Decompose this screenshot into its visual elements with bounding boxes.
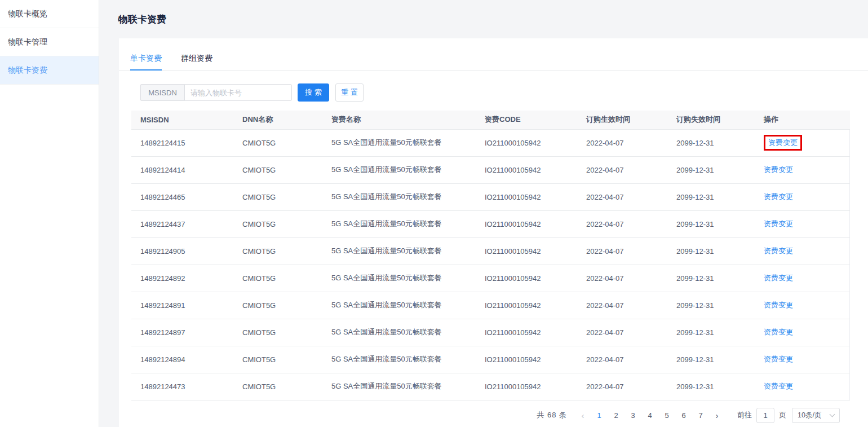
table-cell-expire: 2099-12-31 xyxy=(667,346,755,373)
table-cell-expire: 2099-12-31 xyxy=(667,237,755,265)
table-cell-fee_name: 5G SA全国通用流量50元畅联套餐 xyxy=(322,129,476,156)
page-number-5[interactable]: 5 xyxy=(658,411,675,420)
search-bar: MSISDN 搜 索 重 置 xyxy=(140,83,868,102)
table-cell-fee_name: 5G SA全国通用流量50元畅联套餐 xyxy=(322,210,476,237)
table-cell-action: 资费变更 xyxy=(755,319,850,346)
table-cell-fee_name: 5G SA全国通用流量50元畅联套餐 xyxy=(322,156,476,183)
main-content: 物联卡资费 单卡资费 群组资费 MSISDN 搜 索 重 置 MSISDNDNN xyxy=(99,0,868,427)
pagination-total: 共 68 条 xyxy=(537,410,567,420)
page-unit-label: 页 xyxy=(779,410,786,420)
table-cell-dnn: CMIOT5G xyxy=(233,292,322,319)
table-cell-expire: 2099-12-31 xyxy=(667,373,755,400)
table-cell-action: 资费变更 xyxy=(755,237,850,265)
table-cell-fee_code: IO211000105942 xyxy=(476,292,577,319)
sidebar-item-label: 物联卡资费 xyxy=(8,65,47,76)
table-row: 14892124892CMIOT5G5G SA全国通用流量50元畅联套餐IO21… xyxy=(131,265,850,292)
reset-button[interactable]: 重 置 xyxy=(335,83,364,102)
tab-group-tariff[interactable]: 群组资费 xyxy=(181,54,212,70)
table-cell-effective: 2022-04-07 xyxy=(577,237,667,265)
table-cell-action: 资费变更 xyxy=(755,210,850,237)
table-column-header: 订购失效时间 xyxy=(667,111,755,129)
table-cell-effective: 2022-04-07 xyxy=(577,210,667,237)
table-column-header: DNN名称 xyxy=(233,111,322,129)
table-row: 14892124894CMIOT5G5G SA全国通用流量50元畅联套餐IO21… xyxy=(131,346,850,373)
table-column-header: 订购生效时间 xyxy=(577,111,667,129)
table-cell-action: 资费变更 xyxy=(755,129,850,156)
tab-single-card-tariff[interactable]: 单卡资费 xyxy=(130,54,162,70)
table-cell-action: 资费变更 xyxy=(755,183,850,210)
tariff-change-link[interactable]: 资费变更 xyxy=(764,301,793,309)
table-cell-dnn: CMIOT5G xyxy=(233,129,322,156)
tariff-change-link[interactable]: 资费变更 xyxy=(764,165,793,174)
table-cell-dnn: CMIOT5G xyxy=(233,319,322,346)
table-cell-dnn: CMIOT5G xyxy=(233,346,322,373)
table-cell-fee_code: IO211000105942 xyxy=(476,156,577,183)
table-cell-effective: 2022-04-07 xyxy=(577,373,667,400)
table-cell-fee_code: IO211000105942 xyxy=(476,346,577,373)
table-cell-msisdn: 14892124465 xyxy=(131,183,233,210)
tariff-change-link[interactable]: 资费变更 xyxy=(764,355,793,363)
table-cell-msisdn: 14892124437 xyxy=(131,210,233,237)
sidebar-item-iot-management[interactable]: 物联卡管理 xyxy=(0,28,99,56)
table-header-row: MSISDNDNN名称资费名称资费CODE订购生效时间订购失效时间操作 xyxy=(131,111,850,129)
goto-page-input[interactable] xyxy=(756,408,774,423)
goto-label: 前往 xyxy=(737,410,752,420)
sidebar-item-iot-overview[interactable]: 物联卡概览 xyxy=(0,0,99,28)
app-root: 物联卡概览 物联卡管理 物联卡资费 物联卡资费 单卡资费 群组资费 MSISDN… xyxy=(0,0,868,427)
search-input[interactable] xyxy=(184,84,292,101)
table-cell-expire: 2099-12-31 xyxy=(667,156,755,183)
sidebar-item-iot-tariff[interactable]: 物联卡资费 xyxy=(0,56,99,85)
page-number-2[interactable]: 2 xyxy=(608,411,625,420)
tab-bar: 单卡资费 群组资费 xyxy=(119,38,868,71)
tariff-change-link[interactable]: 资费变更 xyxy=(764,328,793,336)
table-cell-effective: 2022-04-07 xyxy=(577,292,667,319)
page-number-4[interactable]: 4 xyxy=(641,411,658,420)
table-cell-fee_name: 5G SA全国通用流量50元畅联套餐 xyxy=(322,319,476,346)
page-number-3[interactable]: 3 xyxy=(625,411,641,420)
page-number-1[interactable]: 1 xyxy=(591,411,608,420)
tariff-change-link[interactable]: 资费变更 xyxy=(764,219,793,228)
table-cell-msisdn: 14892124905 xyxy=(131,237,233,265)
table-cell-expire: 2099-12-31 xyxy=(667,319,755,346)
msisdn-field-label: MSISDN xyxy=(140,84,184,101)
tariff-change-link[interactable]: 资费变更 xyxy=(764,382,793,390)
table-cell-action: 资费变更 xyxy=(755,292,850,319)
table-cell-fee_code: IO211000105942 xyxy=(476,265,577,292)
tariff-table: MSISDNDNN名称资费名称资费CODE订购生效时间订购失效时间操作 1489… xyxy=(131,111,850,400)
tariff-change-link[interactable]: 资费变更 xyxy=(768,138,798,147)
page-number-7[interactable]: 7 xyxy=(692,411,709,420)
table-row: 14892124473CMIOT5G5G SA全国通用流量50元畅联套餐IO21… xyxy=(131,373,850,400)
table-cell-action: 资费变更 xyxy=(755,346,850,373)
table-cell-fee_name: 5G SA全国通用流量50元畅联套餐 xyxy=(322,265,476,292)
table-cell-fee_code: IO211000105942 xyxy=(476,237,577,265)
table-cell-effective: 2022-04-07 xyxy=(577,129,667,156)
table-cell-expire: 2099-12-31 xyxy=(667,183,755,210)
table-row: 14892124897CMIOT5G5G SA全国通用流量50元畅联套餐IO21… xyxy=(131,319,850,346)
prev-page-icon[interactable]: ‹ xyxy=(575,411,591,420)
table-cell-dnn: CMIOT5G xyxy=(233,156,322,183)
table-cell-fee_code: IO211000105942 xyxy=(476,129,577,156)
page-number-6[interactable]: 6 xyxy=(675,411,692,420)
table-row: 14892124437CMIOT5G5G SA全国通用流量50元畅联套餐IO21… xyxy=(131,210,850,237)
table-cell-fee_code: IO211000105942 xyxy=(476,319,577,346)
next-page-icon[interactable]: › xyxy=(709,411,725,420)
table-cell-dnn: CMIOT5G xyxy=(233,183,322,210)
table-cell-effective: 2022-04-07 xyxy=(577,156,667,183)
tariff-change-link[interactable]: 资费变更 xyxy=(764,274,793,282)
table-cell-msisdn: 14892124473 xyxy=(131,373,233,400)
search-button[interactable]: 搜 索 xyxy=(298,83,329,102)
table-cell-action: 资费变更 xyxy=(755,373,850,400)
table-row: 14892124891CMIOT5G5G SA全国通用流量50元畅联套餐IO21… xyxy=(131,292,850,319)
table-cell-fee_code: IO211000105942 xyxy=(476,210,577,237)
table-cell-fee_name: 5G SA全国通用流量50元畅联套餐 xyxy=(322,237,476,265)
tariff-change-link[interactable]: 资费变更 xyxy=(764,246,793,255)
highlight-rectangle: 资费变更 xyxy=(764,135,802,151)
page-size-select[interactable]: 10条/页 xyxy=(792,408,840,423)
table-cell-msisdn: 14892124897 xyxy=(131,319,233,346)
pagination: 共 68 条 ‹ 1234567 › 前往 页 10条/页 xyxy=(119,408,868,423)
table-cell-expire: 2099-12-31 xyxy=(667,292,755,319)
page-size-value: 10条/页 xyxy=(798,411,821,420)
table-cell-msisdn: 14892124891 xyxy=(131,292,233,319)
table-cell-action: 资费变更 xyxy=(755,265,850,292)
tariff-change-link[interactable]: 资费变更 xyxy=(764,192,793,201)
